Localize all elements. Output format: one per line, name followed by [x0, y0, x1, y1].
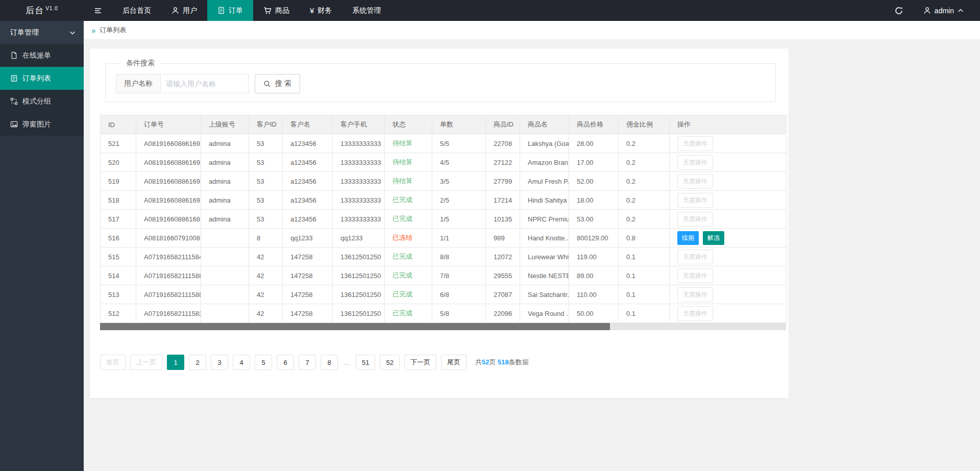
page-button-page-8[interactable]: 8: [321, 355, 338, 370]
nav-item-label: 商品: [275, 6, 289, 15]
cell-id: 520: [101, 153, 136, 172]
sidebar-item-mode-group[interactable]: 模式分组: [0, 90, 84, 113]
search-button[interactable]: 搜 索: [255, 74, 300, 93]
collapse-sidebar-button[interactable]: [84, 0, 112, 21]
cell-order_no: A07191658211158839: [136, 285, 201, 304]
column-header-order_no: 订单号: [136, 115, 201, 134]
column-header-count: 单数: [432, 115, 486, 134]
nav-item-finance[interactable]: ¥财务: [300, 0, 342, 21]
nav-item-label: 用户: [183, 6, 197, 15]
cell-order_no: A07191658211158467: [136, 247, 201, 266]
table-row: 518A08191660886169788admina53a1234561333…: [101, 191, 787, 210]
cell-customer_id: 42: [249, 266, 283, 285]
cell-customer_phone: 13612501250: [333, 304, 385, 323]
cell-id: 515: [101, 247, 136, 266]
status-badge: 已完成: [393, 290, 412, 298]
cell-action: 无需操作: [670, 304, 787, 323]
cell-id: 518: [101, 191, 136, 210]
cell-id: 516: [101, 229, 136, 247]
cell-commission: 0.2: [619, 134, 670, 153]
group-icon: [10, 97, 18, 105]
status-badge: 已完成: [393, 253, 412, 260]
page-button-page-4[interactable]: 4: [233, 355, 250, 370]
cell-order_no: A07191658211158814: [136, 266, 201, 285]
page-button-page-6[interactable]: 6: [277, 355, 294, 370]
cell-commission: 0.2: [619, 210, 670, 229]
username-field-label: 用户名称: [116, 74, 161, 93]
cell-commission: 0.1: [619, 285, 670, 304]
cell-product_name: Lakshya (Goal...: [520, 134, 569, 153]
cell-customer_id: 8: [249, 229, 283, 247]
page-button-page-52[interactable]: 52: [380, 355, 399, 370]
sidebar-item-popup-image[interactable]: 弹窗图片: [0, 113, 84, 136]
renew-button[interactable]: 续期: [677, 231, 699, 245]
column-header-product_id: 商品ID: [486, 115, 520, 134]
cell-customer_phone: 13612501250: [333, 266, 385, 285]
nav-item-goods[interactable]: 商品: [253, 0, 300, 21]
chevron-up-icon: [958, 8, 964, 14]
column-header-commission: 佣金比例: [619, 115, 670, 134]
nav-item-system[interactable]: 系统管理: [342, 0, 391, 21]
cell-customer_phone: 13612501250: [333, 247, 385, 266]
column-header-parent_account: 上级账号: [201, 115, 249, 134]
page-button-ellipsis: …: [342, 355, 351, 370]
cell-commission: 0.1: [619, 304, 670, 323]
page-button-page-51[interactable]: 51: [356, 355, 375, 370]
unfreeze-button[interactable]: 解冻: [703, 231, 724, 245]
cell-product_id: 22708: [486, 134, 520, 153]
sidebar-item-online-dispatch[interactable]: 在线派单: [0, 44, 84, 67]
cell-price: 28.00: [569, 134, 619, 153]
cell-count: 2/5: [432, 191, 486, 210]
page-button-page-5[interactable]: 5: [255, 355, 272, 370]
status-badge: 待结算: [393, 158, 412, 166]
cell-action: 无需操作: [670, 191, 787, 210]
horizontal-scrollbar-thumb[interactable]: [100, 323, 610, 330]
nav-item-users[interactable]: 用户: [161, 0, 207, 21]
summary-pages-suffix: 页: [489, 358, 496, 366]
no-action-button: 无需操作: [677, 287, 713, 302]
cell-action: 无需操作: [670, 172, 787, 191]
cell-count: 1/5: [432, 210, 486, 229]
cell-action: 无需操作: [670, 247, 787, 266]
hamburger-icon: [94, 7, 102, 15]
column-header-customer_phone: 客户手机: [333, 115, 385, 134]
cell-id: 519: [101, 172, 136, 191]
cell-customer_id: 53: [249, 191, 283, 210]
table-row: 515A071916582111584674214725813612501250…: [101, 247, 787, 266]
sidebar-section-order-management[interactable]: 订单管理: [0, 21, 84, 44]
table-row: 521A08191660886169163admina53a1234561333…: [101, 134, 787, 153]
page-button-last[interactable]: 尾页: [441, 355, 467, 370]
cell-count: 5/8: [432, 304, 486, 323]
refresh-button[interactable]: [885, 0, 913, 21]
page-button-page-3[interactable]: 3: [211, 355, 228, 370]
no-action-button: 无需操作: [677, 212, 713, 227]
page-button-page-1[interactable]: 1: [167, 355, 184, 370]
username-label: admin: [935, 7, 954, 15]
cell-product_name: Nestle NESTE...: [520, 266, 569, 285]
cell-price: 800129.00: [569, 229, 619, 247]
page-button-page-7[interactable]: 7: [299, 355, 316, 370]
username-search-input[interactable]: [161, 74, 249, 93]
cell-product_id: 27122: [486, 153, 520, 172]
page-button-next[interactable]: 下一页: [404, 355, 436, 370]
nav-item-orders[interactable]: 订单: [207, 0, 253, 21]
page-button-page-2[interactable]: 2: [189, 355, 206, 370]
nav-item-home[interactable]: 后台首页: [112, 0, 161, 21]
cell-customer_name: a123456: [283, 134, 333, 153]
cell-price: 50.00: [569, 304, 619, 323]
order-list-icon: [10, 75, 18, 82]
summary-prefix: 共: [475, 358, 482, 366]
cell-commission: 0.1: [619, 266, 670, 285]
cell-customer_phone: 13333333333: [333, 134, 385, 153]
table-row: 516A081816607910082818qq1233qq1233已冻结1/1…: [101, 229, 787, 247]
search-fieldset: 条件搜索 用户名称 搜 索: [105, 59, 776, 102]
cell-price: 17.00: [569, 153, 619, 172]
cell-product_id: 989: [486, 229, 520, 247]
cell-order_no: A08191660886169298: [136, 172, 201, 191]
breadcrumb: » 订单列表: [84, 21, 980, 40]
cell-status: 已完成: [385, 191, 432, 210]
user-menu[interactable]: admin: [913, 0, 974, 21]
cell-product_name: Vega Round ...: [520, 304, 569, 323]
cell-order_no: A08191660886168152: [136, 210, 201, 229]
sidebar-item-order-list[interactable]: 订单列表: [0, 67, 84, 90]
